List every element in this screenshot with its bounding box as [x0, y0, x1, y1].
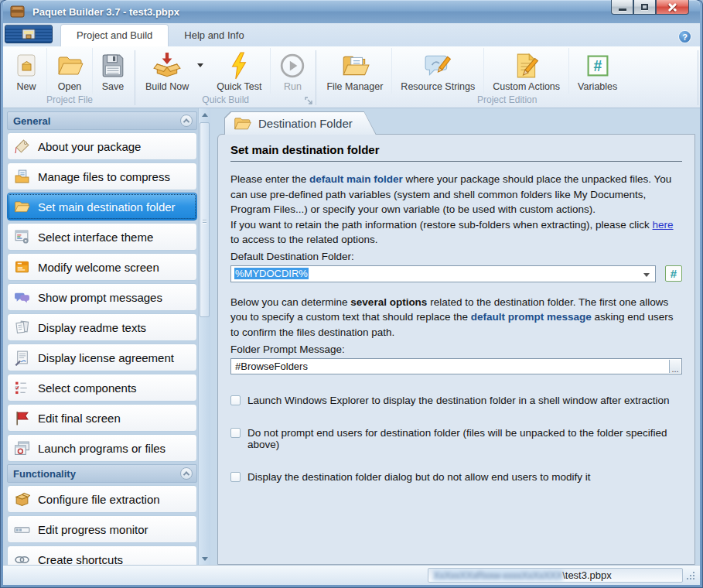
collapse-button[interactable] [180, 115, 193, 127]
chevron-up-icon [183, 118, 189, 125]
window-title: Paquet Builder 3.7 - test3.pbpx [32, 6, 179, 18]
application-menu-icon [22, 29, 36, 40]
insert-variable-button[interactable]: # [665, 265, 682, 282]
app-icon [9, 4, 26, 19]
no-prompt-checkbox[interactable] [230, 428, 241, 438]
sidebar-item-select-interface-theme[interactable]: Select interface theme [7, 223, 197, 251]
sidebar-scrollbar[interactable] [198, 108, 210, 565]
ribbon-tab-row: Project and Build Help and Info ? [3, 23, 700, 46]
browse-button[interactable]: ... [669, 360, 681, 373]
sidebar-item-display-license-agreement[interactable]: Display license agreement [7, 344, 197, 371]
license-icon [12, 349, 31, 366]
chevron-down-icon [197, 63, 203, 67]
sidebar-item-manage-files[interactable]: Manage files to compress [7, 162, 197, 190]
options-emphasis-blue: default prompt message [471, 311, 592, 323]
launch-programs-icon [12, 439, 31, 456]
heading-divider [230, 161, 682, 162]
help-icon[interactable]: ? [679, 31, 691, 43]
variables-icon: # [587, 51, 609, 80]
run-button[interactable]: Run [270, 48, 314, 94]
ribbon-group-project-edition: File Manager Resource Strings [316, 48, 698, 108]
ribbon-group-project-file: New Open [5, 48, 135, 108]
window-controls [611, 0, 689, 15]
sidebar-item-display-readme-texts[interactable]: Display readme texts [7, 313, 197, 341]
scrollbar-track[interactable] [199, 317, 210, 552]
project-path-panel: XxXxxXXxRxxw-xxxxXxXxXXX\test3.pbpx [428, 568, 683, 583]
sidebar-item-label: Display license agreement [38, 351, 174, 364]
build-now-button[interactable]: Build Now [137, 48, 197, 94]
intro-text: to access to the related options. [230, 234, 378, 245]
launch-explorer-checkbox[interactable] [230, 395, 241, 405]
sidebar-item-edit-progress-monitor[interactable]: Edit progress monitor [7, 515, 197, 543]
scroll-down-button[interactable] [199, 552, 210, 565]
destination-folder-combobox[interactable]: %MYDOCDIR% [230, 265, 656, 282]
sidebar-item-label: About your package [38, 140, 141, 153]
application-menu-button[interactable] [5, 25, 53, 43]
save-button[interactable]: Save [92, 48, 133, 94]
scroll-up-button[interactable] [199, 108, 210, 121]
restore-button[interactable] [633, 0, 656, 15]
sidebar-item-label: Manage files to compress [38, 170, 170, 183]
file-manager-button[interactable]: File Manager [318, 48, 391, 94]
group-label-quick-build: Quick Build [137, 94, 314, 108]
minimize-button[interactable] [611, 0, 633, 15]
collapse-button[interactable] [180, 467, 193, 480]
shortcuts-icon [12, 551, 31, 565]
sidebar-item-select-components[interactable]: Select components [7, 374, 197, 402]
new-button[interactable]: New [6, 48, 46, 94]
variables-button[interactable]: # Variables [568, 48, 626, 94]
tab-help-and-info[interactable]: Help and Info [169, 25, 259, 46]
group-label-project-file: Project File [6, 94, 133, 108]
tag-icon [12, 138, 31, 155]
destination-folder-row: %MYDOCDIR% # [230, 265, 682, 282]
dialog-launcher-icon[interactable] [305, 97, 313, 105]
destination-folder-value: %MYDOCDIR% [234, 268, 309, 279]
file-manager-icon [340, 51, 370, 80]
folder-prompt-message-input[interactable]: #BrowseFolders ... [230, 358, 682, 374]
folder-prompt-message-label: Folder Prompt Message: [230, 344, 682, 355]
resource-strings-icon [424, 51, 452, 80]
close-icon [667, 2, 677, 12]
page-title: Set main destination folder [230, 143, 682, 156]
triangle-down-icon [202, 557, 208, 561]
intro-text: If you want to retain the path informati… [230, 219, 653, 231]
open-folder-icon [12, 198, 31, 215]
sidebar-item-configure-file-extraction[interactable]: Configure file extraction [7, 485, 197, 513]
checkbox-row-no-prompt: Do not prompt end users for destination … [230, 427, 682, 450]
here-link[interactable]: here [653, 219, 674, 231]
close-button[interactable] [656, 0, 689, 15]
destination-folder-label: Default Destination Folder: [230, 251, 682, 262]
quick-test-button[interactable]: Quick Test [208, 48, 270, 94]
sidebar-item-set-main-destination-folder[interactable]: Set main destination folder [7, 193, 197, 220]
sidebar-item-label: Edit final screen [38, 412, 121, 425]
tab-project-and-build[interactable]: Project and Build [60, 24, 169, 46]
sidebar-item-launch-programs-or-files[interactable]: Launch programs or files [7, 434, 197, 462]
readonly-dialog-checkbox[interactable] [230, 472, 241, 482]
compress-files-icon [12, 168, 31, 185]
sidebar-item-show-prompt-messages[interactable]: Show prompt messages [7, 283, 197, 311]
resource-strings-button[interactable]: Resource Strings [391, 48, 483, 94]
combobox-arrow-icon[interactable] [643, 273, 650, 277]
welcome-screen-icon [12, 258, 31, 275]
sidebar-item-edit-final-screen[interactable]: Edit final screen [7, 404, 197, 432]
checkbox-label[interactable]: Do not prompt end users for destination … [247, 427, 682, 450]
destination-folder-panel: Set main destination folder Please enter… [217, 134, 695, 565]
checkbox-row-readonly-dialog: Display the destination folder dialog bu… [230, 471, 682, 483]
destination-folder-tab[interactable]: Destination Folder [224, 111, 377, 135]
resize-grip-icon[interactable] [686, 571, 695, 580]
triangle-up-icon [202, 113, 208, 117]
build-now-dropdown[interactable] [197, 48, 208, 94]
sidebar-item-create-shortcuts[interactable]: Create shortcuts [7, 545, 197, 565]
titlebar: Paquet Builder 3.7 - test3.pbpx [3, 0, 700, 23]
checkbox-label[interactable]: Display the destination folder dialog bu… [247, 471, 591, 483]
open-button[interactable]: Open [46, 48, 92, 94]
sidebar-item-label: Display readme texts [38, 321, 146, 334]
options-paragraph: Below you can determine several options … [230, 295, 682, 340]
status-bar: XxXxxXXxRxxw-xxxxXxXxXXX\test3.pbpx [3, 565, 700, 585]
intro-paragraph: Please enter the default main folder whe… [230, 172, 682, 248]
custom-actions-button[interactable]: Custom Actions [483, 48, 568, 94]
sidebar-item-about-your-package[interactable]: About your package [7, 132, 197, 160]
scrollbar-thumb[interactable] [200, 122, 210, 317]
sidebar-item-modify-welcome-screen[interactable]: Modify welcome screen [7, 253, 197, 281]
checkbox-label[interactable]: Launch Windows Explorer to display the d… [247, 395, 670, 406]
